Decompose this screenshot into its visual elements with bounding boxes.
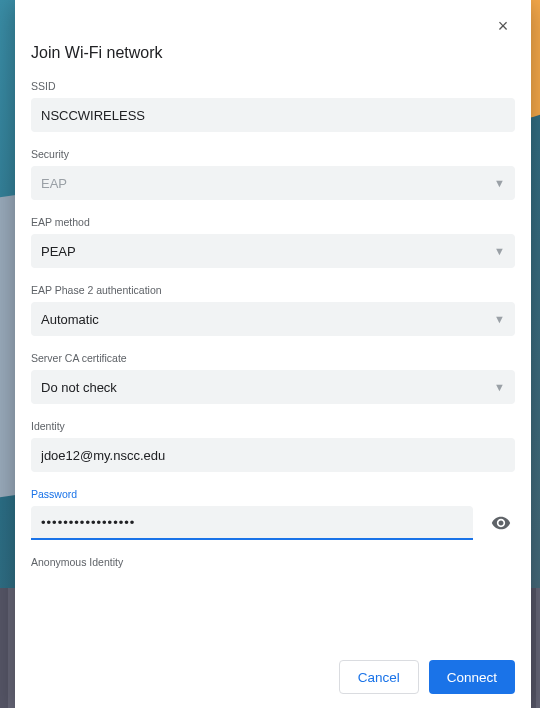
security-select[interactable]: EAP ▼ [31, 166, 515, 200]
server-ca-value: Do not check [41, 380, 117, 395]
ssid-field: SSID [31, 80, 515, 132]
identity-input[interactable] [41, 438, 505, 472]
eap-method-value: PEAP [41, 244, 76, 259]
eap-phase2-label: EAP Phase 2 authentication [31, 284, 515, 296]
eap-method-select[interactable]: PEAP ▼ [31, 234, 515, 268]
identity-label: Identity [31, 420, 515, 432]
chevron-down-icon: ▼ [494, 245, 505, 257]
identity-input-wrap[interactable] [31, 438, 515, 472]
dialog-footer: Cancel Connect [15, 632, 531, 694]
ssid-label: SSID [31, 80, 515, 92]
close-icon: × [498, 16, 509, 37]
password-row [31, 506, 515, 540]
eap-phase2-value: Automatic [41, 312, 99, 327]
anonymous-field: Anonymous Identity [31, 556, 515, 568]
chevron-down-icon: ▼ [494, 177, 505, 189]
cancel-button[interactable]: Cancel [339, 660, 419, 694]
security-value: EAP [41, 176, 67, 191]
ssid-input-wrap[interactable] [31, 98, 515, 132]
dialog-title: Join Wi-Fi network [31, 44, 515, 62]
close-button[interactable]: × [489, 12, 517, 40]
server-ca-select[interactable]: Do not check ▼ [31, 370, 515, 404]
identity-field: Identity [31, 420, 515, 472]
server-ca-field: Server CA certificate Do not check ▼ [31, 352, 515, 404]
anonymous-label: Anonymous Identity [31, 556, 515, 568]
eap-phase2-field: EAP Phase 2 authentication Automatic ▼ [31, 284, 515, 336]
server-ca-label: Server CA certificate [31, 352, 515, 364]
eye-icon [491, 513, 511, 533]
security-label: Security [31, 148, 515, 160]
security-field: Security EAP ▼ [31, 148, 515, 200]
eap-method-field: EAP method PEAP ▼ [31, 216, 515, 268]
ssid-input[interactable] [41, 98, 505, 132]
eap-method-label: EAP method [31, 216, 515, 228]
wifi-dialog: × Join Wi-Fi network SSID Security EAP ▼… [15, 0, 531, 708]
password-field: Password [31, 488, 515, 540]
password-label: Password [31, 488, 515, 500]
chevron-down-icon: ▼ [494, 313, 505, 325]
connect-button[interactable]: Connect [429, 660, 515, 694]
dialog-content: Join Wi-Fi network SSID Security EAP ▼ E… [15, 20, 531, 632]
password-input[interactable] [41, 506, 463, 538]
toggle-password-visibility-button[interactable] [487, 509, 515, 537]
chevron-down-icon: ▼ [494, 381, 505, 393]
password-input-wrap[interactable] [31, 506, 473, 540]
eap-phase2-select[interactable]: Automatic ▼ [31, 302, 515, 336]
